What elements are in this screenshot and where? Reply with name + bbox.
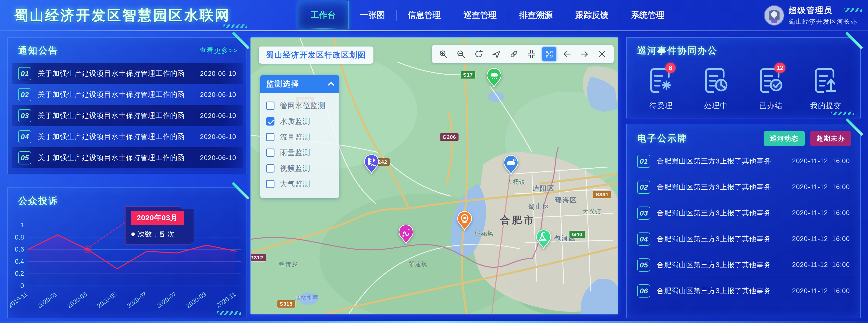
- notice-row[interactable]: 05 关于加强生产建设项目水土保持管理工作的函 2020-06-10: [12, 147, 243, 168]
- navigate-button[interactable]: [489, 47, 503, 61]
- zoom-in-button[interactable]: [436, 47, 451, 61]
- checkbox[interactable]: [266, 102, 275, 110]
- map-panel[interactable]: 合肥市庐阳区瑶海区蜀山区包河区大杨镇桃花镇紫蓬镇铭传乡大兴镇磨墩水库 S242S…: [250, 37, 618, 315]
- event-shortcut-3[interactable]: 12 已办结: [750, 66, 792, 111]
- nav-tab-5[interactable]: 排查溯源: [508, 0, 564, 30]
- layer-option[interactable]: 管网水位监测: [266, 98, 333, 113]
- notice-row[interactable]: 01 关于加强生产建设项目水土保持管理工作的函 2020-06-10: [12, 63, 243, 84]
- quality-marker[interactable]: [535, 229, 552, 250]
- event-shortcut-1[interactable]: 8 待受理: [640, 66, 682, 111]
- user-text: 超级管理员 蜀山经济开发区河长办: [788, 5, 857, 26]
- bulletin-text: 合肥蜀山区第三方3上报了其他事务: [657, 208, 771, 218]
- nav-tab-6[interactable]: 跟踪反馈: [564, 0, 620, 30]
- refresh-button[interactable]: [471, 47, 486, 61]
- bulletin-list: 01 合肥蜀山区第三方3上报了其他事务 2020-11-12 16:0002 合…: [626, 148, 861, 304]
- nav-tab-4[interactable]: 巡查管理: [452, 0, 508, 30]
- water-level-marker[interactable]: [364, 154, 380, 175]
- complaints-panel: 公众投诉 00.20.40.60.812019-112020-012020-03…: [7, 187, 247, 318]
- layer-option[interactable]: 水质监测: [266, 113, 333, 129]
- notice-date: 2020-06-10: [200, 133, 236, 141]
- view-more-link[interactable]: 查看更多>>: [199, 46, 238, 55]
- bulletin-number: 01: [637, 155, 650, 168]
- layer-label: 流量监测: [280, 132, 310, 142]
- svg-text:2020-01: 2020-01: [36, 290, 59, 309]
- layer-option[interactable]: 大气监测: [266, 176, 333, 192]
- compress-icon: [527, 49, 536, 59]
- patrol-dynamics-button[interactable]: 巡河动态: [764, 131, 805, 146]
- notice-list: 01 关于加强生产建设项目水土保持管理工作的函 2020-06-1002 关于加…: [7, 63, 247, 168]
- checkbox[interactable]: [266, 180, 275, 188]
- map-label: 大兴镇: [582, 208, 601, 216]
- checkbox[interactable]: [266, 164, 275, 173]
- overdue-button[interactable]: 超期未办: [810, 131, 851, 146]
- bulletin-row[interactable]: 03 合肥蜀山区第三方3上报了其他事务 2020-11-12 16:00: [631, 200, 856, 226]
- tooltip-title: 2020年03月: [131, 211, 184, 225]
- layer-panel-header[interactable]: 监测选择: [260, 75, 339, 93]
- notice-text: 关于加强生产建设项目水土保持管理工作的函: [38, 69, 185, 78]
- close-button[interactable]: [595, 47, 609, 61]
- flow-marker[interactable]: [398, 225, 414, 246]
- nav-tab-3[interactable]: 信息管理: [396, 0, 452, 30]
- event-shortcuts: 8 待受理 处理中12 已办结 我的提交: [626, 66, 861, 111]
- road-badge: S331: [593, 191, 612, 199]
- checkbox-checked[interactable]: [266, 117, 275, 125]
- rain-marker[interactable]: [486, 68, 502, 89]
- layer-option[interactable]: 视频监测: [266, 160, 333, 176]
- doc-processing-icon: [702, 66, 731, 95]
- doc-submit-icon: [811, 66, 840, 95]
- arrow-left-icon: [562, 49, 572, 59]
- bulletin-row[interactable]: 05 合肥蜀山区第三方3上报了其他事务 2020-11-12 16:00: [631, 252, 856, 278]
- bulletin-row[interactable]: 02 合肥蜀山区第三方3上报了其他事务 2020-11-12 16:00: [631, 174, 856, 200]
- bulletin-text: 合肥蜀山区第三方3上报了其他事务: [657, 234, 771, 244]
- svg-text:2020-09: 2020-09: [185, 290, 207, 309]
- expand-button[interactable]: [542, 47, 556, 61]
- nav-tab-1[interactable]: 工作台: [298, 1, 349, 29]
- bulletin-row[interactable]: 01 合肥蜀山区第三方3上报了其他事务 2020-11-12 16:00: [631, 148, 856, 174]
- bulletin-row[interactable]: 04 合肥蜀山区第三方3上报了其他事务 2020-11-12 16:00: [631, 226, 856, 252]
- nav-tab-7[interactable]: 系统管理: [620, 0, 676, 30]
- link-button[interactable]: [507, 47, 521, 61]
- checkbox[interactable]: [266, 133, 275, 141]
- layer-option[interactable]: 流量监测: [266, 129, 333, 145]
- video-marker[interactable]: [457, 211, 473, 232]
- arrow-left-button[interactable]: [560, 47, 574, 61]
- user-info[interactable]: 超级管理员 蜀山经济开发区河长办: [765, 5, 857, 26]
- zoom-out-button[interactable]: [454, 47, 468, 61]
- road-badge: S315: [277, 300, 295, 308]
- event-label: 已办结: [750, 101, 792, 111]
- event-label: 我的提交: [805, 101, 847, 111]
- decor-hatch: [217, 311, 241, 315]
- svg-text:0.8: 0.8: [15, 234, 24, 241]
- map-label: 合肥市: [500, 213, 535, 227]
- arrow-right-icon: [580, 49, 589, 59]
- notice-text: 关于加强生产建设项目水土保持管理工作的函: [38, 111, 185, 121]
- layer-label: 视频监测: [280, 164, 310, 174]
- bulletin-text: 合肥蜀山区第三方3上报了其他事务: [657, 286, 771, 296]
- compress-button[interactable]: [524, 47, 539, 61]
- arrow-right-button[interactable]: [577, 47, 592, 61]
- bulletin-row[interactable]: 06 合肥蜀山区第三方3上报了其他事务 2020-11-12 16:00: [631, 278, 856, 304]
- chart-tooltip: 2020年03月 次数 : 5 次: [125, 207, 194, 245]
- decor-hatch: [844, 8, 862, 12]
- event-shortcut-2[interactable]: 处理中: [695, 66, 737, 111]
- svg-text:2020-07: 2020-07: [155, 290, 178, 309]
- bulletin-date: 2020-11-12 16:00: [792, 183, 850, 191]
- layer-label: 水质监测: [280, 116, 310, 127]
- bulletin-number: 02: [637, 181, 650, 194]
- notice-row[interactable]: 03 关于加强生产建设项目水土保持管理工作的函 2020-06-10: [12, 105, 243, 126]
- event-label: 处理中: [695, 101, 737, 111]
- event-shortcut-4[interactable]: 我的提交: [805, 66, 847, 111]
- checkbox[interactable]: [266, 148, 275, 157]
- svg-text:2020-05: 2020-05: [96, 290, 118, 309]
- map-label: 铭传乡: [279, 260, 298, 268]
- bulletin-number: 04: [637, 232, 650, 246]
- atmosphere-marker[interactable]: [503, 155, 519, 176]
- notice-row[interactable]: 04 关于加强生产建设项目水土保持管理工作的函 2020-06-10: [12, 126, 243, 147]
- nav-tab-2[interactable]: 一张图: [349, 0, 396, 30]
- notice-row[interactable]: 02 关于加强生产建设项目水土保持管理工作的函 2020-06-10: [12, 84, 243, 105]
- layer-option[interactable]: 雨量监测: [266, 145, 333, 160]
- svg-text:2019-11: 2019-11: [10, 290, 29, 309]
- notice-number: 02: [18, 88, 31, 101]
- layer-list: 管网水位监测 水质监测 流量监测 雨量监测 视频监测 大气监测: [260, 93, 339, 198]
- chevron-up-icon[interactable]: [328, 82, 334, 88]
